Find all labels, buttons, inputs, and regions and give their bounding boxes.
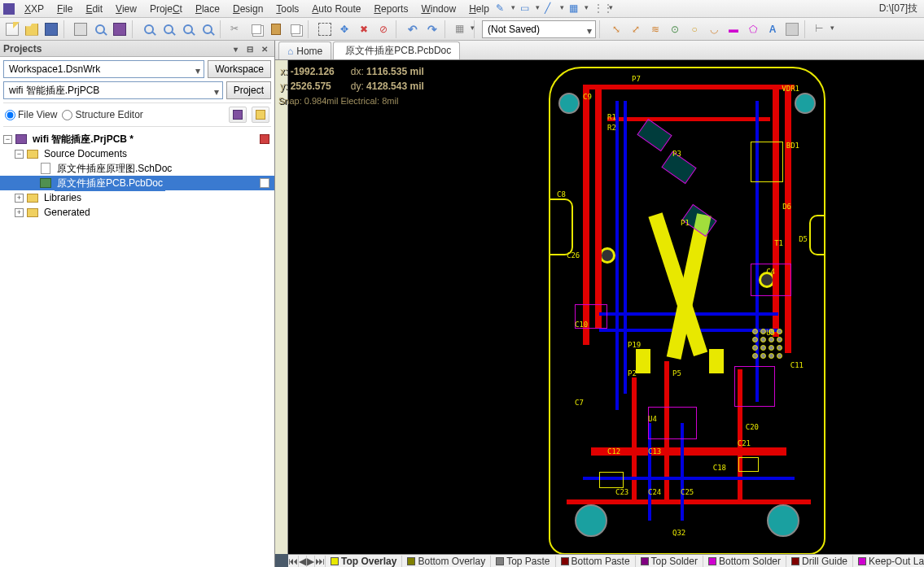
menu-edit[interactable]: Edit — [79, 2, 109, 16]
tb-zoom-fit[interactable] — [160, 20, 177, 38]
tb-library[interactable] — [111, 20, 129, 38]
tb-copy[interactable] — [247, 20, 265, 38]
coordinate-readout: x: -1992.126 dx: 1116.535 mil y: 2526.57… — [278, 63, 440, 107]
title-path: D:\[07]技 — [879, 2, 921, 15]
tb-place-comp[interactable] — [783, 20, 801, 38]
pcb-board-outline: P7 C9 VDR1 R1 R2 BD1 P3 C8 D6 D5 P1 T1 C… — [549, 67, 825, 554]
tree-libraries[interactable]: + Libraries — [0, 190, 274, 205]
tb-route-diff[interactable]: ⤢ — [627, 20, 645, 38]
tb-mode3-dropdown[interactable]: ╱ — [545, 2, 567, 15]
tb-zoom-select[interactable] — [179, 20, 197, 38]
layer-nav-last[interactable]: ⏭ — [315, 556, 326, 567]
main-toolbar: ✂ ✥ ✖ ⊘ ↶ ↷ ▦ (Not Saved) ⤡ ⤢ ≋ ⊙ ○ ◡ ▬ … — [0, 18, 924, 41]
layer-tab-top-paste[interactable]: Top Paste — [491, 556, 555, 567]
structure-editor-radio[interactable]: Structure Editor — [62, 109, 142, 120]
tb-undo[interactable]: ↶ — [404, 20, 422, 38]
layer-tab-keepout[interactable]: Keep-Out Layer — [853, 556, 924, 567]
menu-reports[interactable]: Reports — [367, 2, 414, 16]
tb-grid-dropdown[interactable]: ▦ — [453, 20, 471, 38]
tb-preview[interactable] — [91, 20, 109, 38]
ruler-vertical — [275, 60, 288, 554]
workspace-button[interactable]: Workspace — [208, 60, 271, 78]
tb-cut[interactable]: ✂ — [228, 20, 246, 38]
modified-icon — [260, 134, 269, 144]
tb-mode1-dropdown[interactable]: ✎ — [496, 2, 519, 15]
menu-place[interactable]: Place — [189, 2, 226, 16]
panel-close-button[interactable]: ✕ — [258, 43, 271, 55]
panel-pin-button[interactable]: ⊟ — [243, 43, 256, 55]
projects-panel: Projects ▾ ⊟ ✕ Workspace1.DsnWrk Workspa… — [0, 41, 275, 567]
projects-title-label: Projects — [3, 43, 42, 55]
app-logo-icon — [3, 3, 15, 15]
tb-open[interactable] — [23, 20, 41, 38]
tb-zoom-area[interactable] — [140, 20, 158, 38]
tb-place-arc[interactable]: ◡ — [705, 20, 723, 38]
tb-save[interactable] — [42, 20, 60, 38]
workspace-combo[interactable]: Workspace1.DsnWrk — [3, 60, 204, 78]
tree-project-root[interactable]: − wifi 智能插座.PrjPCB * — [0, 132, 274, 146]
tb-deselect[interactable]: ✖ — [355, 20, 373, 38]
tb-place-string[interactable]: A — [764, 20, 782, 38]
layer-tabs: ⏮ ◀ ▶ ⏭ Top Overlay Bottom Overlay Top P… — [288, 554, 924, 567]
tb-saved-combo[interactable]: (Not Saved) — [482, 20, 596, 38]
tb-zoom-last[interactable] — [199, 20, 217, 38]
tb-move[interactable]: ✥ — [335, 20, 353, 38]
tree-source-documents[interactable]: − Source Documents — [0, 146, 274, 161]
tb-mode5-dropdown[interactable]: ⋮⋮ — [593, 2, 616, 15]
layer-tab-bottom-overlay[interactable]: Bottom Overlay — [402, 556, 491, 567]
tb-route-multi[interactable]: ≋ — [646, 20, 664, 38]
project-tree[interactable]: − wifi 智能插座.PrjPCB * − Source Documents … — [0, 130, 274, 567]
menu-bar: XXP File Edit View ProjeCt Place Design … — [0, 0, 924, 18]
tb-place-fill[interactable]: ▬ — [725, 20, 742, 38]
tree-sch-doc[interactable]: 原文件插座原理图.SchDoc — [0, 161, 274, 176]
tb-select-rect[interactable] — [316, 20, 334, 38]
menu-tools[interactable]: Tools — [269, 2, 305, 16]
tb-mode4-dropdown[interactable]: ▦ — [569, 2, 592, 15]
tb-place-poly[interactable]: ⬠ — [744, 20, 762, 38]
tb-route-track[interactable]: ⤡ — [607, 20, 625, 38]
file-view-radio[interactable]: File View — [5, 109, 57, 120]
layer-tab-top-solder[interactable]: Top Solder — [636, 556, 703, 567]
tb-paste[interactable] — [267, 20, 285, 38]
menu-dxp[interactable]: XXP — [18, 2, 50, 16]
open-doc-icon — [260, 178, 269, 188]
menu-file[interactable]: File — [50, 2, 79, 16]
main-area: ⌂Home 原文件插座PCB.PcbDoc x: -1992.126 dx: 1… — [275, 41, 924, 567]
menu-autoroute[interactable]: Auto Route — [305, 2, 367, 16]
tab-pcb-doc[interactable]: 原文件插座PCB.PcbDoc — [333, 41, 460, 59]
layer-tab-drill-guide[interactable]: Drill Guide — [786, 556, 853, 567]
panel-tool1-button[interactable] — [229, 107, 247, 123]
tb-new[interactable] — [3, 20, 21, 38]
tb-clear[interactable]: ⊘ — [374, 20, 392, 38]
pcb-canvas[interactable]: P7 C9 VDR1 R1 R2 BD1 P3 C8 D6 D5 P1 T1 C… — [288, 60, 924, 554]
tree-generated[interactable]: + Generated — [0, 205, 274, 220]
document-tabs: ⌂Home 原文件插座PCB.PcbDoc — [275, 41, 924, 60]
project-combo[interactable]: wifi 智能插座.PrjPCB — [3, 81, 223, 99]
tab-home[interactable]: ⌂Home — [278, 41, 331, 59]
layer-nav-next[interactable]: ▶ — [307, 556, 315, 567]
menu-view[interactable]: View — [109, 2, 143, 16]
tb-print[interactable] — [72, 20, 90, 38]
tb-place-pad[interactable]: ○ — [685, 20, 703, 38]
layer-nav-prev[interactable]: ◀ — [299, 556, 307, 567]
layer-tab-top-overlay[interactable]: Top Overlay — [326, 556, 402, 567]
layer-nav-first[interactable]: ⏮ — [288, 556, 299, 567]
panel-tool2-button[interactable] — [252, 107, 269, 123]
menu-project[interactable]: ProjeCt — [143, 2, 189, 16]
menu-window[interactable]: Window — [414, 2, 462, 16]
tb-dim-dropdown[interactable]: ⊢ — [812, 20, 830, 38]
layer-tab-bottom-solder[interactable]: Bottom Solder — [703, 556, 786, 567]
project-button[interactable]: Project — [226, 81, 271, 99]
projects-panel-title: Projects ▾ ⊟ ✕ — [0, 41, 274, 57]
tree-pcb-doc[interactable]: 原文件插座PCB.PcbDoc — [0, 176, 274, 190]
tb-mode2-dropdown[interactable]: ▭ — [520, 2, 543, 15]
tb-redo[interactable]: ↷ — [423, 20, 441, 38]
panel-menu-button[interactable]: ▾ — [229, 43, 242, 55]
layer-tab-bottom-paste[interactable]: Bottom Paste — [556, 556, 636, 567]
tb-place-via[interactable]: ⊙ — [666, 20, 684, 38]
tb-duplicate[interactable] — [287, 20, 304, 38]
menu-help[interactable]: Help — [462, 2, 496, 16]
menu-design[interactable]: Design — [226, 2, 269, 16]
